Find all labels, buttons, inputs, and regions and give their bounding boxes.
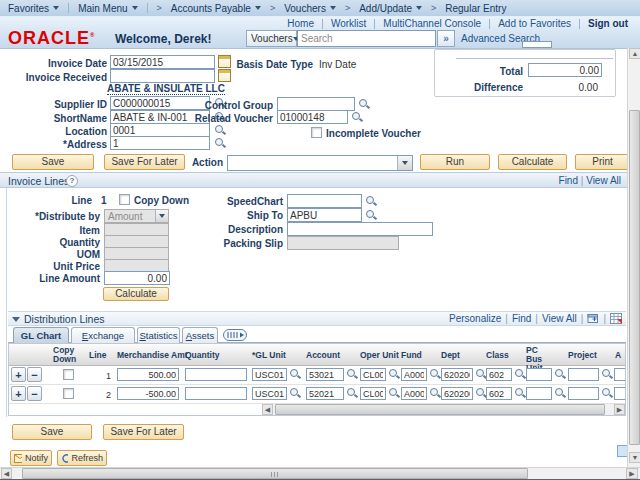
account-field[interactable] [306, 387, 344, 400]
incomplete-voucher-checkbox[interactable] [311, 127, 322, 138]
calendar-icon[interactable] [218, 69, 231, 82]
tab-gl-chart[interactable]: GL Chart [13, 327, 69, 343]
search-go-button[interactable]: » [437, 30, 455, 47]
search-scope-dropdown[interactable]: Vouchers [246, 30, 297, 47]
help-icon[interactable]: ? [66, 175, 78, 187]
ship-to-field[interactable] [287, 208, 362, 222]
total-field[interactable] [528, 63, 602, 77]
merchandise-amt-field[interactable] [117, 387, 179, 400]
class-lookup-icon[interactable] [514, 368, 526, 380]
fund-field[interactable] [401, 368, 427, 381]
pc-bus-unit-lookup-icon[interactable] [554, 368, 566, 380]
save-for-later-button-bottom[interactable]: Save For Later [103, 424, 184, 440]
copy-down-checkbox[interactable] [63, 369, 74, 380]
project-field[interactable] [568, 368, 599, 381]
tab-statistics[interactable]: Statistics [137, 327, 180, 343]
address-lookup-icon[interactable] [214, 137, 226, 149]
control-group-field[interactable] [277, 97, 355, 111]
add-to-favorites-link[interactable]: Add to Favorites [498, 18, 571, 29]
related-voucher-lookup-icon[interactable] [351, 111, 363, 123]
class-field[interactable] [486, 368, 512, 381]
breadcrumb-accounts-payable[interactable]: Accounts Payable [171, 3, 261, 14]
copy-down-checkbox[interactable] [119, 194, 130, 205]
show-all-tabs-icon[interactable] [223, 329, 247, 343]
notify-button[interactable]: Notify [10, 450, 52, 466]
gl-unit-lookup-icon[interactable] [289, 368, 301, 380]
quantity-field[interactable] [185, 368, 247, 381]
project-lookup-icon[interactable] [601, 387, 613, 399]
pc-bus-unit-field[interactable] [526, 368, 552, 381]
location-lookup-icon[interactable] [214, 124, 226, 136]
print-button[interactable]: Print [575, 154, 630, 170]
grid-scrollbar-thumb[interactable] [275, 404, 605, 415]
account-lookup-icon[interactable] [346, 387, 358, 399]
gl-unit-lookup-icon[interactable] [289, 387, 301, 399]
dept-field[interactable] [441, 387, 473, 400]
zoom-grid-icon[interactable] [587, 313, 599, 324]
tab-exchange-rate[interactable]: Exchange Rate [71, 327, 135, 343]
ship-to-lookup-icon[interactable] [365, 209, 377, 221]
find-link[interactable]: Find [559, 175, 578, 186]
multichannel-console-link[interactable]: MultiChannel Console [383, 18, 481, 29]
vertical-scrollbar-thumb[interactable] [629, 110, 640, 445]
sign-out-link[interactable]: Sign out [588, 18, 628, 29]
quantity-field[interactable] [185, 387, 247, 400]
grid-scrollbar[interactable] [273, 404, 619, 415]
find-link[interactable]: Find [512, 313, 531, 324]
personalize-link[interactable]: Personalize [449, 313, 501, 324]
account-lookup-icon[interactable] [346, 368, 358, 380]
copy-down-checkbox[interactable] [63, 388, 74, 399]
pc-bus-unit-field[interactable] [526, 387, 552, 400]
oper-unit-field[interactable] [360, 387, 386, 400]
worklist-link[interactable]: Worklist [331, 18, 366, 29]
description-field[interactable] [287, 222, 433, 236]
oper-unit-lookup-icon[interactable] [388, 387, 400, 399]
merchandise-amt-field[interactable] [117, 368, 179, 381]
class-lookup-icon[interactable] [514, 387, 526, 399]
search-input[interactable] [297, 30, 436, 47]
delete-row-button[interactable]: − [27, 386, 42, 401]
delete-row-button[interactable]: − [27, 367, 42, 382]
fund-lookup-icon[interactable] [429, 387, 441, 399]
tab-assets[interactable]: Assets [182, 327, 218, 343]
breadcrumb-main-menu[interactable]: Main Menu [78, 3, 137, 14]
save-button-bottom[interactable]: Save [12, 424, 92, 440]
class-field[interactable] [486, 387, 512, 400]
scroll-right-arrow[interactable]: ▶ [626, 468, 638, 479]
address-field[interactable] [110, 136, 210, 150]
speedchart-field[interactable] [287, 194, 362, 208]
oper-unit-lookup-icon[interactable] [388, 368, 400, 380]
grid-scroll-right-arrow[interactable]: ▶ [614, 404, 625, 415]
download-to-excel-icon[interactable] [610, 313, 622, 324]
location-field[interactable] [110, 123, 210, 137]
add-row-button[interactable]: + [11, 367, 26, 382]
gl-unit-field[interactable] [252, 368, 287, 381]
related-voucher-field[interactable] [277, 110, 348, 124]
line-amount-field[interactable] [104, 271, 170, 285]
refresh-button[interactable]: Refresh [57, 450, 107, 466]
calculate-line-button[interactable]: Calculate [103, 287, 169, 301]
scroll-left-arrow[interactable]: ◀ [1, 468, 12, 479]
grid-scroll-left-arrow[interactable]: ◀ [262, 404, 273, 415]
supplier-name-link[interactable]: ABATE & INSULATE LLC [107, 83, 225, 95]
chevron-down-icon[interactable] [397, 156, 412, 170]
vertical-scrollbar[interactable]: ▲ ▼ [627, 48, 640, 467]
view-all-link[interactable]: View All [542, 313, 577, 324]
action-dropdown[interactable] [227, 155, 413, 171]
breadcrumb-add-update[interactable]: Add/Update [359, 3, 422, 14]
breadcrumb-vouchers[interactable]: Vouchers [284, 3, 336, 14]
fund-field[interactable] [401, 387, 427, 400]
control-group-lookup-icon[interactable] [358, 98, 370, 110]
speedchart-lookup-icon[interactable] [365, 195, 377, 207]
account-field[interactable] [306, 368, 344, 381]
invoice-received-field[interactable] [110, 69, 215, 83]
collapse-triangle-icon[interactable] [12, 317, 20, 322]
home-link[interactable]: Home [287, 18, 314, 29]
project-field[interactable] [568, 387, 599, 400]
horizontal-scrollbar-thumb[interactable] [22, 468, 528, 479]
oper-unit-field[interactable] [360, 368, 386, 381]
view-all-link[interactable]: View All [586, 175, 621, 186]
scroll-up-arrow[interactable]: ▲ [629, 48, 640, 59]
save-button[interactable]: Save [12, 154, 94, 170]
dept-field[interactable] [441, 368, 473, 381]
